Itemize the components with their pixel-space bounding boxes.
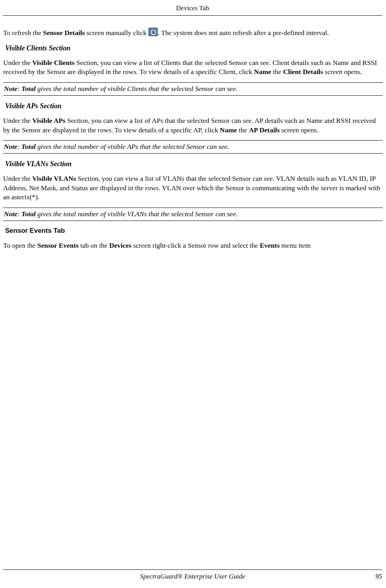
page-footer: SpectraGuard® Enterprise User Guide 95 (3, 569, 382, 582)
note-visible-aps: Note: Total gives the total number of vi… (3, 140, 383, 154)
refresh-icon (148, 28, 158, 36)
text-bold: Client Details (283, 68, 323, 76)
page-header-title: Devices Tab (176, 4, 209, 12)
text-bold: Visible APs (32, 117, 65, 124)
text: screen opens. (323, 68, 362, 76)
note-visible-vlans: Note: Total gives the total number of vi… (3, 208, 383, 221)
text: : (17, 210, 21, 218)
text-bold: Total (21, 85, 35, 93)
intro-paragraph: To refresh the Sensor Details screen man… (3, 28, 383, 38)
heading-visible-vlans: Visible VLANs Section (5, 159, 383, 169)
text-bold: Sensor Events (37, 241, 79, 249)
text: screen manually click (85, 29, 148, 37)
text: tab on the (79, 241, 109, 249)
note-visible-clients: Note: Total gives the total number of vi… (3, 82, 383, 96)
footer-doc-title: SpectraGuard® Enterprise User Guide (3, 572, 382, 581)
text: Under the (3, 59, 32, 67)
note-label: Note (4, 143, 17, 150)
text: menu item (280, 241, 311, 249)
text: gives the total number of visible VLANs … (36, 210, 238, 218)
text: Under the (3, 117, 32, 124)
note-label: Note (4, 85, 17, 93)
heading-visible-clients: Visible Clients Section (5, 43, 383, 53)
text-bold: Total (21, 210, 35, 218)
text: . The system does not auto refresh after… (158, 29, 329, 37)
text: gives the total number of visible Client… (36, 85, 238, 93)
text: : (17, 85, 21, 93)
text-bold: Sensor Details (43, 29, 85, 37)
heading-visible-aps: Visible APs Section (5, 101, 383, 111)
text: Under the (3, 174, 32, 182)
page-header: Devices Tab (3, 0, 382, 16)
text-bold: AP Details (249, 126, 279, 134)
text-bold: Visible Clients (32, 59, 75, 67)
text: screen right-click a Sensor row and sele… (131, 241, 260, 249)
text: the (271, 68, 283, 76)
paragraph-visible-vlans: Under the Visible VLANs Section, you can… (3, 174, 383, 202)
page-content: To refresh the Sensor Details screen man… (0, 16, 386, 250)
heading-sensor-events-tab: Sensor Events Tab (5, 226, 383, 236)
text: the (237, 126, 249, 134)
text-bold: Events (260, 241, 280, 249)
text-bold: Visible VLANs (32, 174, 76, 182)
text: To refresh the (3, 29, 43, 37)
text-bold: Devices (109, 241, 131, 249)
text: gives the total number of visible APs th… (36, 143, 229, 150)
text-bold: Total (21, 143, 35, 150)
paragraph-visible-aps: Under the Visible APs Section, you can v… (3, 116, 383, 135)
paragraph-visible-clients: Under the Visible Clients Section, you c… (3, 58, 383, 77)
paragraph-sensor-events: To open the Sensor Events tab on the Dev… (3, 241, 383, 250)
text: To open the (3, 241, 37, 249)
page-number: 95 (375, 572, 382, 581)
text: : (17, 143, 21, 150)
text-bold: Name (220, 126, 237, 134)
text-bold: Name (254, 68, 271, 76)
footer-rule (3, 569, 382, 570)
text: screen opens. (280, 126, 319, 134)
note-label: Note (4, 210, 17, 218)
